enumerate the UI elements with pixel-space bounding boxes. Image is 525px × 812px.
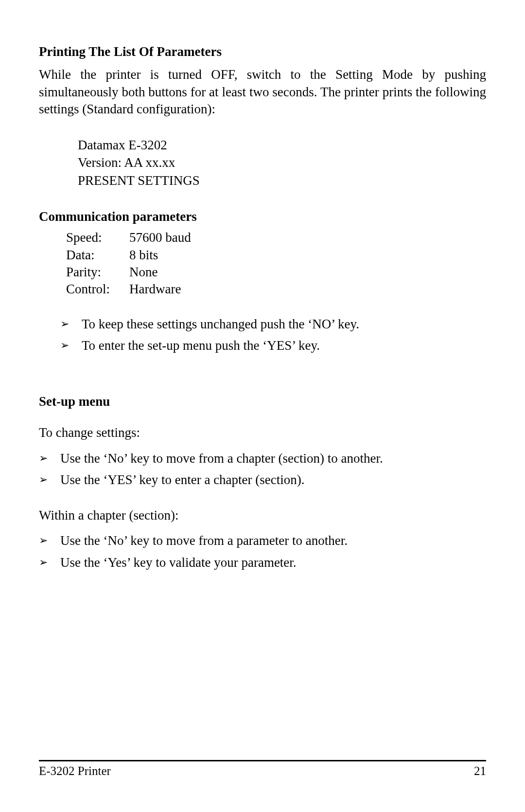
list-item: ➢ Use the ‘No’ key to move from a chapte… bbox=[39, 449, 486, 469]
table-row: Parity: None bbox=[66, 264, 191, 281]
footer-page-number: 21 bbox=[474, 764, 486, 778]
param-label-control: Control: bbox=[66, 281, 129, 298]
param-value-control: Hardware bbox=[129, 281, 191, 298]
list-item-text: Use the ‘No’ key to move from a chapter … bbox=[60, 451, 383, 466]
arrow-icon: ➢ bbox=[39, 449, 48, 468]
section-heading-communication: Communication parameters bbox=[39, 208, 486, 225]
arrow-icon: ➢ bbox=[60, 336, 69, 355]
instructions-list-3: ➢ Use the ‘No’ key to move from a parame… bbox=[39, 531, 486, 572]
list-item: ➢ Use the ‘No’ key to move from a parame… bbox=[39, 531, 486, 551]
list-item-text: Use the ‘YES’ key to enter a chapter (se… bbox=[60, 472, 305, 487]
param-label-data: Data: bbox=[66, 247, 129, 264]
intro-paragraph: While the printer is turned OFF, switch … bbox=[39, 66, 486, 117]
page: Printing The List Of Parameters While th… bbox=[0, 0, 525, 812]
param-value-parity: None bbox=[129, 264, 191, 281]
footer-left: E-3202 Printer bbox=[39, 764, 111, 778]
communication-params-table: Speed: 57600 baud Data: 8 bits Parity: N… bbox=[66, 229, 191, 297]
arrow-icon: ➢ bbox=[39, 470, 48, 489]
list-item-text: Use the ‘Yes’ key to validate your param… bbox=[60, 555, 297, 570]
param-value-data: 8 bits bbox=[129, 247, 191, 264]
list-item: ➢ Use the ‘Yes’ key to validate your par… bbox=[39, 553, 486, 573]
param-label-parity: Parity: bbox=[66, 264, 129, 281]
arrow-icon: ➢ bbox=[60, 314, 69, 334]
list-item-text: Use the ‘No’ key to move from a paramete… bbox=[60, 533, 348, 548]
list-item-text: To enter the set-up menu push the ‘YES’ … bbox=[82, 338, 320, 353]
section-heading-setup-menu: Set-up menu bbox=[39, 393, 486, 410]
instructions-list-2: ➢ Use the ‘No’ key to move from a chapte… bbox=[39, 449, 486, 490]
change-settings-line: To change settings: bbox=[39, 424, 486, 441]
param-value-speed: 57600 baud bbox=[129, 229, 191, 246]
table-row: Control: Hardware bbox=[66, 281, 191, 298]
param-label-speed: Speed: bbox=[66, 229, 129, 246]
section-heading-printing: Printing The List Of Parameters bbox=[39, 43, 486, 60]
present-settings-block: Datamax E-3202 Version: AA xx.xx PRESENT… bbox=[78, 136, 486, 189]
arrow-icon: ➢ bbox=[39, 531, 48, 550]
page-content: Printing The List Of Parameters While th… bbox=[39, 43, 486, 572]
list-item: ➢ Use the ‘YES’ key to enter a chapter (… bbox=[39, 470, 486, 490]
instructions-list-1: ➢ To keep these settings unchanged push … bbox=[60, 314, 486, 356]
settings-line-model: Datamax E-3202 bbox=[78, 136, 486, 154]
table-row: Data: 8 bits bbox=[66, 247, 191, 264]
within-chapter-line: Within a chapter (section): bbox=[39, 506, 486, 524]
settings-line-present: PRESENT SETTINGS bbox=[78, 172, 486, 189]
settings-line-version: Version: AA xx.xx bbox=[78, 154, 486, 171]
list-item-text: To keep these settings unchanged push th… bbox=[82, 317, 359, 331]
list-item: ➢ To enter the set-up menu push the ‘YES… bbox=[60, 336, 486, 356]
table-row: Speed: 57600 baud bbox=[66, 229, 191, 246]
arrow-icon: ➢ bbox=[39, 553, 48, 572]
list-item: ➢ To keep these settings unchanged push … bbox=[60, 314, 486, 334]
page-footer: E-3202 Printer 21 bbox=[39, 760, 486, 778]
